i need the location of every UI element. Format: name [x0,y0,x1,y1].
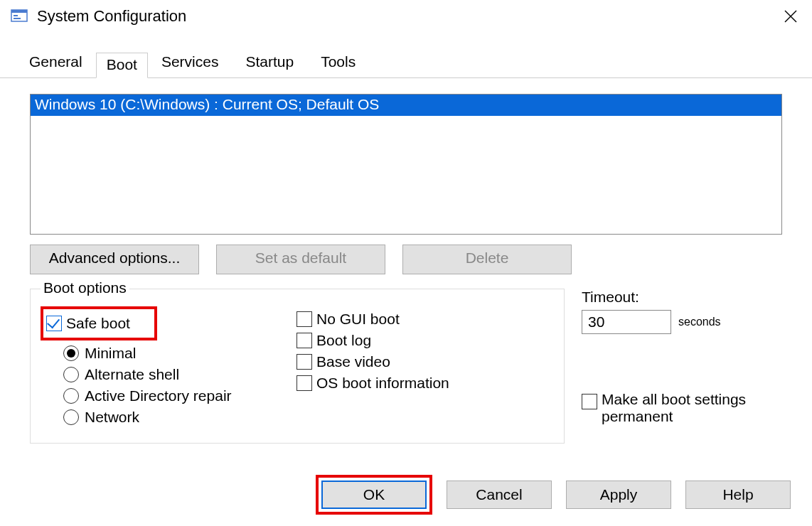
help-button[interactable]: Help [685,481,791,509]
dialog-button-row: OK Cancel Apply Help [316,475,791,515]
tabstrip: General Boot Services Startup Tools [0,33,812,78]
boot-tab-content: Windows 10 (C:\Windows) : Current OS; De… [0,78,812,444]
timeout-area: Timeout: seconds Make all boot settings … [582,289,782,444]
svg-rect-1 [11,10,27,13]
no-gui-boot-label: No GUI boot [316,311,400,328]
mid-button-row: Advanced options... Set as default Delet… [30,245,782,274]
tab-tools[interactable]: Tools [307,47,369,77]
timeout-suffix: seconds [678,316,721,328]
window-title: System Configuration [37,7,186,26]
svg-rect-3 [14,18,21,19]
checkbox-icon [297,333,312,348]
os-list-item[interactable]: Windows 10 (C:\Windows) : Current OS; De… [31,95,781,116]
timeout-input[interactable] [582,310,671,334]
boot-options-group: Boot options Safe boot Minimal [30,289,565,444]
set-as-default-button: Set as default [216,245,385,274]
boot-log-label: Boot log [316,332,371,349]
make-permanent-checkbox[interactable]: Make all boot settings permanent [582,391,782,425]
radio-alternate-shell[interactable]: Alternate shell [63,366,297,383]
radio-ad-repair[interactable]: Active Directory repair [63,387,297,404]
radio-adrepair-label: Active Directory repair [85,387,232,404]
checkbox-icon [297,354,312,370]
system-configuration-window: System Configuration General Boot Servic… [0,0,812,526]
ok-button[interactable]: OK [321,481,427,509]
tab-startup[interactable]: Startup [232,47,307,77]
radio-icon [63,409,79,425]
radio-minimal[interactable]: Minimal [63,345,297,362]
radio-icon [63,345,79,361]
checkbox-icon [297,375,312,391]
radio-icon [63,388,79,404]
titlebar: System Configuration [0,0,812,33]
delete-button: Delete [402,245,572,274]
boot-log-checkbox[interactable]: Boot log [297,332,554,349]
base-video-label: Base video [316,353,390,370]
safe-boot-label: Safe boot [66,315,130,332]
checkbox-icon [582,394,597,409]
os-boot-info-checkbox[interactable]: OS boot information [297,375,554,392]
radio-icon [63,367,79,382]
timeout-label: Timeout: [582,289,782,306]
make-permanent-label: Make all boot settings permanent [602,391,765,425]
checkbox-icon [46,316,62,331]
svg-rect-2 [14,15,18,16]
os-list[interactable]: Windows 10 (C:\Windows) : Current OS; De… [30,94,782,235]
radio-network[interactable]: Network [63,409,297,426]
advanced-options-button[interactable]: Advanced options... [30,245,199,274]
safe-boot-checkbox[interactable]: Safe boot [46,315,130,332]
tab-services[interactable]: Services [148,47,233,77]
msconfig-icon [10,8,30,25]
close-button[interactable] [769,0,812,33]
radio-minimal-label: Minimal [85,345,136,362]
safe-boot-highlight: Safe boot [41,306,157,340]
apply-button[interactable]: Apply [566,481,671,509]
checkbox-icon [297,311,312,327]
tab-general[interactable]: General [16,47,96,77]
boot-options-legend: Boot options [41,279,129,296]
radio-network-label: Network [85,409,139,426]
cancel-button[interactable]: Cancel [447,481,552,509]
base-video-checkbox[interactable]: Base video [297,353,554,370]
os-boot-info-label: OS boot information [316,375,449,392]
tab-boot[interactable]: Boot [96,53,148,78]
no-gui-boot-checkbox[interactable]: No GUI boot [297,311,554,328]
ok-highlight: OK [316,475,432,515]
radio-altshell-label: Alternate shell [85,366,179,383]
